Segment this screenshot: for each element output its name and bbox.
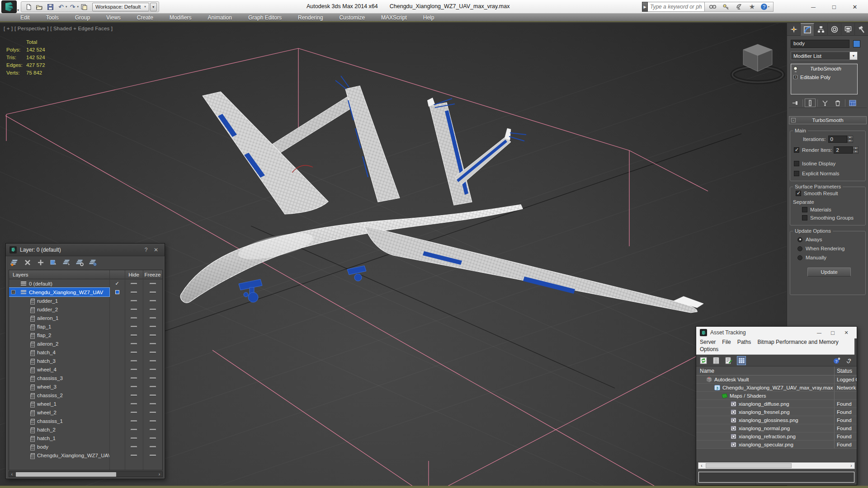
project-folder-button[interactable] — [79, 2, 90, 11]
asset-help-icon[interactable]: ? — [832, 356, 841, 365]
tab-utilities[interactable] — [855, 23, 868, 36]
select-objects-in-layer-button[interactable] — [49, 258, 59, 267]
always-radio[interactable] — [797, 237, 802, 242]
layer-object-row[interactable]: hatch_3 — [9, 357, 162, 365]
name-column-header[interactable]: Name — [696, 366, 835, 375]
layer-object-row[interactable]: wheel_3 — [9, 382, 162, 391]
asset-maximize-button[interactable] — [826, 328, 840, 337]
explicit-normals-checkbox[interactable] — [794, 171, 799, 176]
isoline-display-checkbox[interactable] — [794, 161, 799, 166]
tab-display[interactable] — [841, 23, 855, 36]
iterations-field[interactable]: 0 — [828, 136, 847, 143]
menu-tools[interactable]: Tools — [46, 14, 59, 21]
scrollbar-thumb[interactable] — [706, 463, 792, 468]
list-view-button[interactable] — [712, 356, 721, 365]
infocenter-arrow-button[interactable]: ▶ — [642, 2, 648, 12]
sign-in-key-icon[interactable] — [719, 2, 732, 11]
help-icon[interactable]: ? — [759, 2, 772, 11]
tab-motion[interactable] — [828, 23, 841, 36]
freeze-toggle[interactable] — [150, 369, 156, 371]
layer-dialog-help-button[interactable]: ? — [141, 246, 151, 254]
menu-animation[interactable]: Animation — [208, 14, 232, 21]
asset-row[interactable]: xianglong_fresnel.png Found — [696, 408, 857, 416]
object-name-field[interactable]: body — [791, 40, 849, 48]
hide-toggle[interactable] — [131, 283, 137, 285]
asset-horizontal-scrollbar[interactable] — [698, 462, 855, 469]
layer-object-row[interactable]: rudder_1 — [9, 296, 162, 305]
search-icon[interactable] — [706, 2, 719, 11]
render-iters-checkbox[interactable] — [794, 147, 799, 153]
maximize-button[interactable] — [824, 1, 844, 13]
layer-object-row[interactable]: Chengdu_Xianglong_WZ7_UAV — [9, 451, 162, 460]
layer-object-row[interactable]: flap_1 — [9, 322, 162, 331]
menu-group[interactable]: Group — [75, 14, 90, 21]
freeze-toggle[interactable] — [150, 455, 156, 456]
layer-dialog-titlebar[interactable]: Layer: 0 (default) ? ✕ — [6, 244, 165, 256]
table-view-button[interactable] — [737, 356, 746, 365]
layer-object-row[interactable]: chassiss_2 — [9, 391, 162, 399]
layer-horizontal-scrollbar[interactable] — [9, 471, 163, 477]
asset-row[interactable]: xianglong_glossiness.png Found — [696, 416, 857, 424]
hide-toggle[interactable] — [131, 455, 137, 456]
freeze-toggle[interactable] — [150, 352, 156, 353]
asset-row[interactable]: xianglong_refraction.png Found — [696, 432, 857, 441]
asset-menu-options[interactable]: Options — [700, 346, 718, 352]
uav-model[interactable] — [180, 76, 703, 313]
turbosmooth-rollout-header[interactable]: - TurboSmooth — [789, 116, 867, 124]
scrollbar-thumb[interactable] — [16, 472, 116, 477]
modifier-list-dropdown[interactable]: Modifier List — [791, 52, 858, 60]
collapse-layer-icon[interactable]: − — [11, 290, 15, 294]
hide-toggle[interactable] — [131, 334, 137, 336]
layer-object-row[interactable]: aileron_1 — [9, 314, 162, 322]
close-button[interactable] — [844, 1, 865, 13]
viewcube[interactable] — [732, 44, 783, 82]
layer-object-row[interactable]: aileron_2 — [9, 339, 162, 348]
freeze-toggle[interactable] — [150, 403, 156, 405]
layer-dialog-close-button[interactable]: ✕ — [151, 246, 161, 254]
make-unique-button[interactable] — [820, 99, 830, 107]
menu-maxscript[interactable]: MAXScript — [381, 14, 407, 21]
search-input[interactable] — [648, 2, 705, 12]
hide-toggle[interactable] — [131, 326, 137, 328]
layer-object-row[interactable]: chassiss_3 — [9, 374, 162, 382]
asset-row[interactable]: xianglong_specular.png Found — [696, 441, 857, 449]
remove-modifier-button[interactable] — [832, 99, 843, 107]
scroll-right-icon[interactable] — [848, 463, 854, 468]
scroll-left-icon[interactable] — [9, 472, 15, 477]
update-button[interactable]: Update — [807, 267, 851, 277]
layer-object-row[interactable]: wheel_2 — [9, 408, 162, 417]
status-column-header[interactable]: Status — [835, 366, 857, 375]
viewport-label[interactable]: [ + ] [ Perspective ] [ Shaded + Edged F… — [4, 26, 113, 31]
menu-graph-editors[interactable]: Graph Editors — [248, 14, 282, 21]
stack-item-editable-poly[interactable]: + Editable Poly — [791, 73, 857, 81]
hide-toggle[interactable] — [131, 420, 137, 422]
asset-context-help-icon[interactable]: ? — [845, 356, 854, 365]
freeze-toggle[interactable] — [150, 343, 156, 345]
asset-row[interactable]: Autodesk Vault Logged O — [696, 375, 857, 384]
freeze-toggle[interactable] — [150, 394, 156, 396]
freeze-toggle[interactable] — [150, 437, 156, 439]
freeze-toggle[interactable] — [150, 429, 156, 431]
layer-object-row[interactable]: chassiss_1 — [9, 417, 162, 425]
stack-item-turbosmooth[interactable]: TurboSmooth — [791, 64, 857, 73]
redo-button[interactable]: ↷ — [67, 2, 78, 11]
asset-menu-paths[interactable]: Paths — [737, 339, 751, 345]
freeze-toggle[interactable] — [150, 309, 156, 310]
pin-stack-button[interactable] — [790, 99, 801, 107]
asset-row[interactable]: 3 Chengdu_Xianglong_WZ7_UAV_max_vray.max… — [696, 384, 857, 392]
materials-checkbox[interactable] — [802, 207, 807, 212]
asset-row[interactable]: xianglong_normal.png Found — [696, 424, 857, 432]
asset-menu-server[interactable]: Server — [700, 339, 716, 345]
layer-object-row[interactable]: hatch_4 — [9, 348, 162, 357]
edit-paths-button[interactable] — [724, 356, 733, 365]
freeze-toggle[interactable] — [150, 326, 156, 328]
layer-object-row[interactable]: flap_2 — [9, 331, 162, 339]
undo-button[interactable]: ↶ — [56, 2, 66, 11]
expand-subobjects-icon[interactable]: + — [793, 75, 797, 79]
menu-rendering[interactable]: Rendering — [298, 14, 323, 21]
hide-toggle[interactable] — [131, 446, 137, 448]
freeze-toggle[interactable] — [150, 291, 156, 293]
hide-toggle[interactable] — [131, 412, 137, 413]
hide-toggle[interactable] — [131, 403, 137, 405]
hide-toggle[interactable] — [131, 394, 137, 396]
